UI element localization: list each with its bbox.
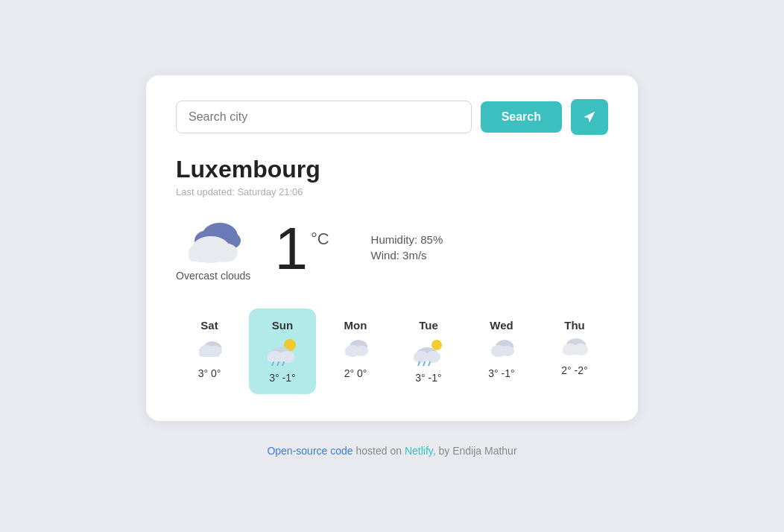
forecast-icon-sat [195,338,224,361]
svg-rect-38 [563,348,587,355]
svg-rect-10 [199,351,220,357]
forecast-temps-thu: 2° -2° [561,364,587,376]
forecast-temps-tue: 3° -1° [415,372,441,384]
svg-rect-34 [491,349,512,355]
svg-line-18 [282,362,284,366]
svg-rect-27 [414,355,436,361]
forecast-icon-thu [560,338,589,358]
svg-rect-15 [268,355,290,361]
humidity-value: Humidity: 85% [371,233,443,246]
forecast-day-name-sat: Sat [200,319,218,332]
svg-line-29 [423,362,425,366]
forecast-day-sun: Sun 3° -1° [249,308,316,394]
forecast-day-name-wed: Wed [490,319,513,332]
forecast-day-name-mon: Mon [344,319,367,332]
svg-line-28 [418,362,420,366]
city-name: Luxembourg [176,156,608,183]
forecast-day-mon: Mon 2° 0° [322,308,389,394]
forecast-temps-wed: 3° -1° [488,367,514,379]
footer-text2: hosted on [353,445,405,457]
forecast-day-name-sun: Sun [272,319,293,332]
forecast-icon-wed [487,338,516,361]
netlify-link[interactable]: Netlify, [405,445,436,457]
forecast-icon-mon [341,338,370,361]
location-icon [583,109,596,125]
svg-line-16 [272,362,274,366]
search-input[interactable] [176,101,472,133]
temperature-display: 1 °C [274,219,329,279]
search-row: Search [176,99,608,135]
footer-text4: by Endija Mathur [436,445,517,457]
forecast-day-sat: Sat 3° 0° [176,308,243,394]
svg-line-17 [277,362,279,366]
wind-value: Wind: 3m/s [371,249,443,262]
opensource-link[interactable]: Open-source code [267,445,353,457]
footer: Open-source code hosted on Netlify, by E… [267,445,516,457]
weather-description: Overcast clouds [176,270,250,282]
weather-stats: Humidity: 85% Wind: 3m/s [371,233,443,265]
forecast-icon-tue [412,338,445,366]
forecast-icon-sun [266,338,299,366]
forecast-day-wed: Wed 3° -1° [468,308,535,394]
current-weather: Overcast clouds 1 °C Humidity: 85% Wind:… [176,215,608,282]
forecast-day-tue: Tue 3° -1° [395,308,462,394]
forecast-temps-sat: 3° 0° [198,367,221,379]
overcast-cloud-icon [180,215,247,264]
svg-rect-6 [189,251,235,262]
forecast-day-name-thu: Thu [564,319,585,332]
forecast-row: Sat 3° 0° Sun [176,308,608,394]
search-button[interactable]: Search [481,101,562,133]
temperature-value: 1 [274,219,308,279]
svg-rect-22 [345,349,366,355]
temperature-unit: °C [311,229,329,249]
forecast-temps-mon: 2° 0° [344,367,367,379]
svg-line-30 [429,362,430,366]
location-button[interactable] [571,99,608,135]
forecast-temps-sun: 3° -1° [269,372,295,384]
weather-card: Search Luxembourg Last updated: Saturday… [146,75,638,421]
last-updated: Last updated: Saturday 21:06 [176,186,608,197]
forecast-day-thu: Thu 2° -2° [541,308,608,394]
forecast-day-name-tue: Tue [419,319,438,332]
weather-icon-section: Overcast clouds [176,215,250,282]
